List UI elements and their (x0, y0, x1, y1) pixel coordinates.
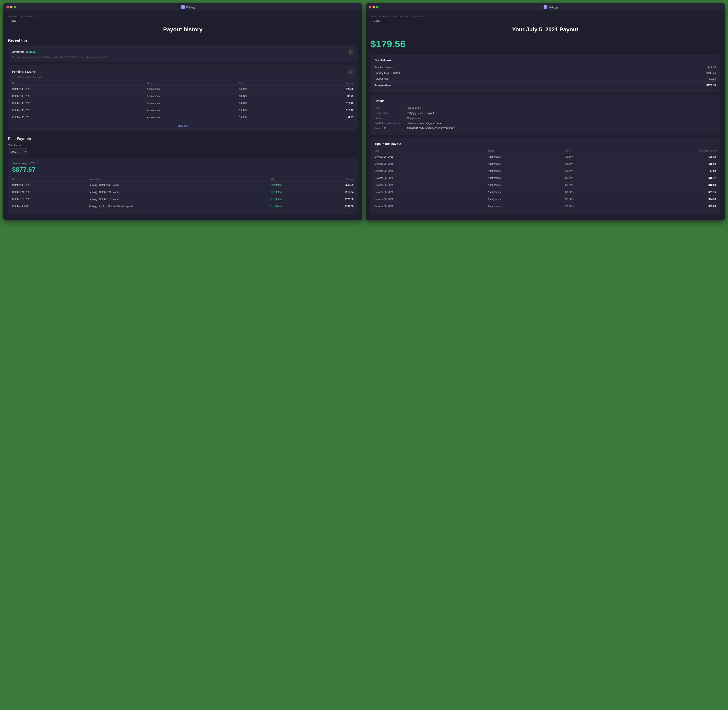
table-row: October 30, 2021Anonymous33.34%$28.19 (375, 153, 716, 160)
details-row: DescriptionPally.gg | July 5 Payout (375, 110, 716, 116)
earnings-label: Total earnings in 2021: (12, 162, 353, 165)
pending-card: Pending: $123.45 ▴ Tips that are under 7… (8, 65, 357, 131)
table-row: October 30, 2021Anonymous33.34%$12.60 (375, 182, 716, 189)
breakdown-title: Breakdown (375, 59, 716, 62)
minimize-button[interactable] (10, 6, 13, 8)
right-minimize-button[interactable] (372, 6, 375, 8)
logo-icon: 🛡 (181, 5, 185, 9)
available-card-subtitle: Tips that are at least 7 days old. Will … (12, 56, 353, 59)
table-row: October 30, 2021Anonymous33.34%$9.43 (12, 114, 353, 121)
col-date: Date (12, 81, 147, 86)
col-amount: Amount (298, 81, 353, 86)
details-card: Details DateJuly 5, 2021DescriptionPally… (371, 95, 720, 135)
breadcrumb: Dashboard / Payout history (8, 15, 357, 18)
right-maximize-button[interactable] (376, 6, 379, 8)
table-row: October 30, 2021Anonymous33.34%$27.50 (12, 86, 353, 93)
breakdown-total-row: Total paid out $179.56 (375, 82, 716, 88)
year-select-wrapper: 2021 2020 2019 (8, 148, 28, 155)
table-row: October 30, 2021Anonymous33.34%$19.47 (375, 175, 716, 182)
right-close-button[interactable] (369, 6, 371, 8)
details-title: Details (375, 99, 716, 103)
table-row: October 30, 2021Anonymous33.34%$8.75 (12, 93, 353, 100)
breakdown-card: Breakdown Tips for the mods!$43.35Sunday… (371, 54, 720, 92)
breakdown-row: Sunday Night TTRPG$136.46 (375, 70, 716, 76)
table-row: October 30, 2021Pally.gg | October 30 Pa… (12, 182, 353, 189)
right-titlebar-title: 🛡 Pally.gg (380, 5, 722, 9)
tips-table: Date Tipper Split Amount received Octobe… (375, 148, 716, 210)
table-row: October 30, 2021Anonymous33.34%$15.83 (375, 160, 716, 167)
back-button[interactable]: ← Back (8, 19, 357, 22)
details-row: DateJuly 5, 2021 (375, 106, 716, 110)
pending-card-header: Pending: $123.45 ▴ (12, 69, 353, 75)
past-payouts-title: Past Payouts (8, 137, 357, 141)
right-window-body: Dashboard / Payout history / Your July 5… (366, 11, 725, 220)
pending-card-title: Pending: $123.45 (12, 70, 35, 73)
page-title: Payout history (8, 26, 357, 33)
table-row: October 21, 2021Pally.gg | October 21 Pa… (12, 189, 353, 196)
payout-amount-big: $179.56 (371, 38, 720, 50)
left-window: 🛡 Pally.gg Dashboard / Payout history ← … (3, 3, 362, 220)
right-breadcrumb: Dashboard / Payout history / Your July 5… (371, 15, 720, 18)
payout-col-date: Date (12, 177, 88, 182)
breakdown-row: PayPal fees– $0.25 (375, 76, 716, 82)
col-tipper: Tipper (147, 81, 239, 86)
tips-col-date: Date (375, 148, 488, 153)
pending-expand-button[interactable]: ▴ (348, 69, 353, 75)
table-row: October 30, 2021Anonymous33.34%$7.92 (375, 167, 716, 175)
payout-col-amount: Amount (318, 177, 353, 182)
view-all-link[interactable]: View all › (178, 124, 188, 127)
pending-tips-table: Date Tipper Split Amount October 30, 202… (12, 81, 353, 121)
table-row: October 12, 2021Pally.gg | October 12 Pa… (12, 196, 353, 203)
right-page-title: Your July 5, 2021 Payout (371, 26, 720, 33)
details-row: StatusCompleted (375, 116, 716, 120)
table-row: October 30, 2021Anonymous33.34%$16.22 (12, 107, 353, 114)
tips-card: Tips in this payout Date Tipper Split Am… (371, 138, 720, 214)
table-row: October 30, 2021Anonymous33.34%$12.40 (12, 100, 353, 107)
recent-tips-title: Recent tips (8, 38, 357, 43)
tips-col-tipper: Tipper (488, 148, 565, 153)
tips-col-amount: Amount received (615, 148, 716, 153)
payout-col-status: Status (270, 177, 318, 182)
breakdown-row: Tips for the mods!$43.35 (375, 65, 716, 70)
tips-col-split: Split (565, 148, 615, 153)
details-row: PayPal email addressdiabloliquetwitch@gm… (375, 120, 716, 126)
table-row: October 6, 2021Pally.gg | April 1 - Octo… (12, 203, 353, 210)
titlebar-title: 🛡 Pally.gg (18, 5, 359, 9)
col-split: Split (239, 81, 299, 86)
available-card-header: Available: $234.56 ▾ (12, 49, 353, 55)
close-button[interactable] (6, 6, 9, 8)
view-all-row: View all › (12, 121, 353, 128)
table-row: October 30, 2021Anonymous33.34%$24.36 (375, 196, 716, 203)
earnings-card: Total earnings in 2021: $877.67 Date Des… (8, 158, 357, 214)
maximize-button[interactable] (14, 6, 16, 8)
past-payouts-section: Past Payouts Select a year: 2021 2020 20… (8, 137, 357, 214)
year-select[interactable]: 2021 2020 2019 (8, 148, 28, 155)
right-back-button[interactable]: ← Back (371, 19, 720, 22)
tips-title: Tips in this payout (375, 142, 716, 145)
year-label: Select a year: (8, 144, 357, 147)
right-logo-icon: 🛡 (544, 5, 547, 9)
table-row: October 30, 2021Anonymous33.34%$39.69 (375, 203, 716, 210)
right-titlebar: 🛡 Pally.gg (366, 3, 725, 11)
left-titlebar: 🛡 Pally.gg (3, 3, 362, 11)
pending-card-subtitle: Tips that are under 7 days old. (12, 76, 353, 78)
left-window-body: Dashboard / Payout history ← Back Payout… (3, 11, 362, 220)
available-expand-button[interactable]: ▾ (348, 49, 353, 55)
details-row: Payout ID1326731269441x97874285896730 38… (375, 126, 716, 131)
right-window: 🛡 Pally.gg Dashboard / Payout history / … (366, 3, 725, 220)
available-card-title: Available: $234.56 (12, 50, 37, 54)
payout-col-desc: Description (88, 177, 270, 182)
earnings-amount: $877.67 (12, 166, 353, 173)
payouts-table: Date Description Status Amount October 3… (12, 177, 353, 210)
table-row: October 30, 2021Anonymous33.34%$31.75 (375, 189, 716, 196)
available-card: Available: $234.56 ▾ Tips that are at le… (8, 45, 357, 62)
